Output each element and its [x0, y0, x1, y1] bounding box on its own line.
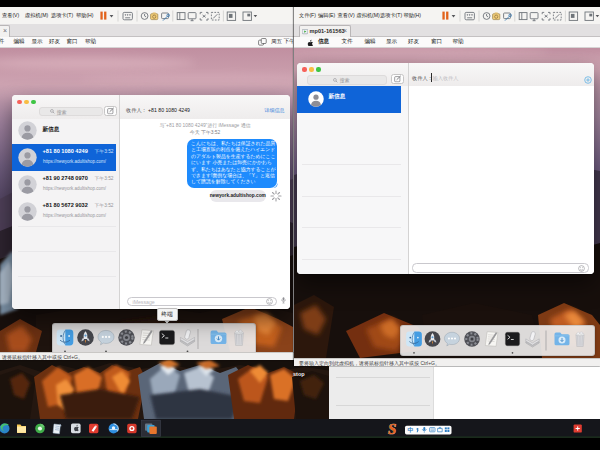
- menu-view[interactable]: 查看(V): [2, 7, 19, 24]
- menu-help[interactable]: 帮助(H): [404, 7, 422, 24]
- messages-window: 搜索 收件人： +81 80 1080 4249 详细信息 新信息 +81 80…: [12, 95, 290, 309]
- messages-window: 搜索 收件人： 输入收件人 新信息: [297, 63, 594, 274]
- dock-icon-finder[interactable]: [57, 329, 74, 345]
- macos-menu-app[interactable]: 信息: [318, 37, 329, 46]
- macos-menu-view[interactable]: 显示: [32, 37, 43, 46]
- tray-ime-lang[interactable]: 中: [408, 426, 414, 433]
- taskbar-icon-vmware-active[interactable]: [142, 420, 161, 436]
- dock-icon-messages[interactable]: [98, 330, 114, 344]
- taskbar-icon-red-tool[interactable]: [89, 424, 98, 433]
- tab-close-icon[interactable]: ×: [3, 26, 7, 36]
- vm-tab[interactable]: mp01-161563 ×: [299, 25, 351, 37]
- macos-menubar: 文件 编辑 显示 好友 窗口 帮助 周五 下午3:52: [0, 37, 293, 48]
- macos-menu-edit[interactable]: 编辑: [14, 37, 25, 46]
- taskbar-icon-edge[interactable]: [0, 423, 10, 433]
- dock-icon-launchpad[interactable]: [425, 331, 441, 347]
- conversation-list: 新信息 +81 80 1080 4249 下午3:52 https://newy…: [12, 119, 119, 309]
- dictation-mic-icon[interactable]: [280, 296, 287, 305]
- dock-icon-textedit[interactable]: [485, 331, 498, 346]
- background-window[interactable]: [329, 366, 600, 420]
- emoji-picker-icon[interactable]: [578, 265, 585, 272]
- chat-pane: 与“+81 80 1080 4249”进行 iMessage 通信 今天 下午3…: [120, 119, 290, 309]
- menubar-clock: 周五 下午3:52: [271, 37, 293, 46]
- conversation-title: +81 80 1080 4249: [43, 148, 88, 154]
- vmware-toolbar[interactable]: [99, 9, 259, 23]
- macos-menu-buddies[interactable]: 好友: [408, 37, 419, 46]
- menu-edit[interactable]: 编辑(E): [318, 7, 335, 24]
- conversation-row[interactable]: +81 80 5672 9032 下午3:52 https://newyork.…: [12, 198, 116, 225]
- background-window-sidebar: [329, 367, 434, 420]
- dock-icon-installer[interactable]: [180, 329, 194, 346]
- compose-button[interactable]: [104, 106, 117, 116]
- menu-view[interactable]: 查看(V): [338, 7, 355, 24]
- dock-icon-trash[interactable]: [235, 329, 244, 345]
- macos-menu-edit[interactable]: 编辑: [365, 37, 376, 46]
- menu-help[interactable]: 帮助(H): [76, 7, 94, 24]
- dock-icon-installer[interactable]: [526, 331, 539, 347]
- compose-button[interactable]: [391, 74, 404, 84]
- tab-close-icon[interactable]: ×: [343, 26, 347, 36]
- dock-icon-system-preferences[interactable]: [464, 331, 480, 347]
- vm-tab-partial[interactable]: ×: [0, 25, 10, 37]
- dock-icon-system-preferences[interactable]: [118, 329, 134, 345]
- search-input[interactable]: 搜索: [307, 75, 388, 85]
- tray-sogou-ime[interactable]: S: [388, 421, 396, 437]
- apple-menu-icon[interactable]: [307, 39, 313, 46]
- macos-menu-window[interactable]: 窗口: [67, 37, 78, 46]
- dock-icon-downloads[interactable]: [555, 332, 570, 345]
- dock-icon-finder[interactable]: [406, 331, 422, 346]
- conversation-row-new[interactable]: 新信息: [12, 119, 116, 144]
- search-input[interactable]: 搜索: [39, 107, 103, 117]
- message-input[interactable]: iMessage: [127, 297, 277, 307]
- macos-menu-file[interactable]: 文件: [342, 37, 353, 46]
- macos-menu-window[interactable]: 窗口: [431, 37, 442, 46]
- macos-menu-help[interactable]: 帮助: [85, 37, 96, 46]
- message-input[interactable]: [412, 263, 589, 273]
- close-button[interactable]: [302, 67, 306, 71]
- macos-menu-help[interactable]: 帮助: [453, 37, 464, 46]
- taskbar-icon-ie-browser[interactable]: [109, 424, 119, 434]
- zoom-button[interactable]: [316, 67, 320, 71]
- conversation-row-selected[interactable]: +81 80 1080 4249 下午3:52 https://newyork.…: [12, 144, 116, 171]
- taskbar-icon-red-recorder[interactable]: [127, 424, 136, 433]
- dock-icon-trash[interactable]: [576, 331, 584, 346]
- minimize-button[interactable]: [24, 100, 28, 104]
- message-input-placeholder: iMessage: [133, 298, 155, 306]
- macos-dock: [400, 325, 595, 356]
- menu-vm[interactable]: 虚拟机(M): [25, 7, 48, 24]
- menu-tabs[interactable]: 选项卡(T): [51, 7, 73, 24]
- details-link[interactable]: 详细信息: [265, 107, 285, 113]
- tray-sogou-logo-text[interactable]: S: [388, 421, 396, 437]
- menu-tabs[interactable]: 选项卡(T): [380, 7, 402, 24]
- dock-icon-messages[interactable]: [444, 332, 459, 346]
- dock-icon-textedit[interactable]: [140, 329, 153, 344]
- dock-icon-terminal[interactable]: [505, 332, 519, 345]
- to-placeholder[interactable]: 输入收件人: [433, 75, 459, 82]
- macos-menu-view[interactable]: 显示: [386, 37, 397, 46]
- macos-menu-buddies[interactable]: 好友: [49, 37, 60, 46]
- vmware-toolbar[interactable]: [441, 9, 600, 23]
- tab-title: mp01-161563: [310, 26, 345, 37]
- conversation-row-selected[interactable]: 新信息: [297, 86, 401, 113]
- emoji-picker-icon[interactable]: [266, 298, 273, 305]
- search-icon: [333, 78, 338, 83]
- macos-menu-file[interactable]: 文件: [0, 37, 4, 46]
- taskbar-icon-green-browser[interactable]: [35, 424, 45, 434]
- avatar: [18, 148, 37, 167]
- taskbar-icon-apple-tool[interactable]: [71, 424, 81, 434]
- input-method-icon[interactable]: [258, 38, 267, 46]
- conversation-row[interactable]: +81 90 2748 0970 下午3:52 https://newyork.…: [12, 171, 116, 198]
- menu-file[interactable]: 文件(F): [299, 7, 316, 24]
- vmware-window-right: 文件(F) 编辑(E) 查看(V) 虚拟机(M) 选项卡(T) 帮助(H) mp…: [294, 7, 600, 366]
- dock-icon-launchpad[interactable]: [77, 329, 94, 346]
- zoom-button[interactable]: [31, 100, 35, 104]
- link-preview-pill[interactable]: newyork.adultishop.com: [210, 190, 267, 202]
- minimize-button[interactable]: [309, 67, 313, 71]
- add-contact-icon[interactable]: [584, 76, 592, 84]
- close-button[interactable]: [17, 100, 21, 104]
- menu-vm[interactable]: 虚拟机(M): [357, 7, 380, 24]
- dock-icon-terminal[interactable]: [160, 330, 175, 344]
- tray-alert-icon[interactable]: [574, 424, 582, 432]
- dock-icon-downloads[interactable]: [211, 330, 227, 343]
- vmware-window-left: 查看(V) 虚拟机(M) 选项卡(T) 帮助(H) ×: [0, 7, 294, 360]
